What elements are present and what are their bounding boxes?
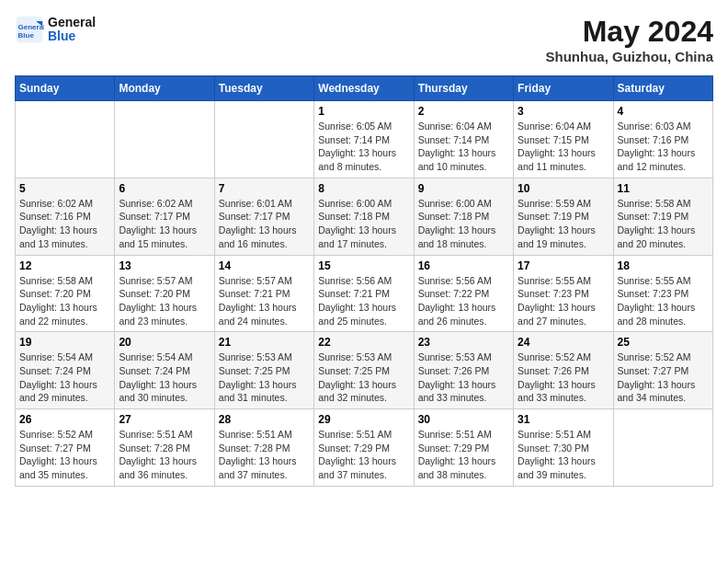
weekday-header-thursday: Thursday	[414, 76, 513, 101]
day-number: 14	[219, 259, 310, 272]
day-number: 3	[518, 105, 609, 118]
day-info: Sunrise: 5:56 AMSunset: 7:21 PMDaylight:…	[318, 274, 409, 328]
calendar-week-5: 26Sunrise: 5:52 AMSunset: 7:27 PMDayligh…	[16, 409, 713, 487]
calendar-cell: 28Sunrise: 5:51 AMSunset: 7:28 PMDayligh…	[214, 409, 313, 487]
calendar-cell: 17Sunrise: 5:55 AMSunset: 7:23 PMDayligh…	[514, 255, 613, 332]
logo-icon: General Blue	[15, 15, 44, 44]
calendar-cell	[613, 409, 712, 487]
calendar-cell: 3Sunrise: 6:04 AMSunset: 7:15 PMDaylight…	[514, 101, 613, 178]
day-number: 21	[219, 336, 310, 349]
day-number: 6	[119, 182, 210, 195]
day-info: Sunrise: 6:00 AMSunset: 7:18 PMDaylight:…	[418, 197, 509, 251]
day-info: Sunrise: 5:51 AMSunset: 7:28 PMDaylight:…	[119, 428, 210, 482]
day-info: Sunrise: 5:58 AMSunset: 7:19 PMDaylight:…	[618, 197, 709, 251]
day-info: Sunrise: 5:55 AMSunset: 7:23 PMDaylight:…	[518, 274, 609, 328]
calendar-cell: 15Sunrise: 5:56 AMSunset: 7:21 PMDayligh…	[314, 255, 414, 332]
calendar-cell: 16Sunrise: 5:56 AMSunset: 7:22 PMDayligh…	[414, 255, 513, 332]
day-info: Sunrise: 5:55 AMSunset: 7:23 PMDaylight:…	[618, 274, 709, 328]
calendar-cell: 14Sunrise: 5:57 AMSunset: 7:21 PMDayligh…	[214, 255, 313, 332]
day-info: Sunrise: 5:51 AMSunset: 7:30 PMDaylight:…	[518, 428, 609, 482]
calendar-cell: 1Sunrise: 6:05 AMSunset: 7:14 PMDaylight…	[314, 101, 414, 178]
day-number: 10	[518, 182, 609, 195]
day-info: Sunrise: 5:57 AMSunset: 7:20 PMDaylight:…	[119, 274, 210, 328]
day-number: 11	[618, 182, 709, 195]
day-number: 4	[618, 105, 709, 118]
day-number: 27	[119, 413, 210, 426]
day-info: Sunrise: 6:02 AMSunset: 7:16 PMDaylight:…	[19, 197, 110, 251]
day-number: 2	[418, 105, 509, 118]
day-info: Sunrise: 6:01 AMSunset: 7:17 PMDaylight:…	[219, 197, 310, 251]
calendar-week-1: 1Sunrise: 6:05 AMSunset: 7:14 PMDaylight…	[16, 101, 713, 178]
calendar-cell: 30Sunrise: 5:51 AMSunset: 7:29 PMDayligh…	[414, 409, 513, 487]
calendar-cell: 8Sunrise: 6:00 AMSunset: 7:18 PMDaylight…	[314, 178, 414, 255]
calendar-cell: 7Sunrise: 6:01 AMSunset: 7:17 PMDaylight…	[214, 178, 313, 255]
weekday-header-saturday: Saturday	[613, 76, 712, 101]
calendar-cell	[115, 101, 214, 178]
calendar-cell: 13Sunrise: 5:57 AMSunset: 7:20 PMDayligh…	[115, 255, 214, 332]
weekday-header-friday: Friday	[514, 76, 613, 101]
day-number: 23	[418, 336, 509, 349]
day-number: 1	[318, 105, 409, 118]
calendar-cell: 9Sunrise: 6:00 AMSunset: 7:18 PMDaylight…	[414, 178, 513, 255]
day-number: 7	[219, 182, 310, 195]
calendar-cell: 5Sunrise: 6:02 AMSunset: 7:16 PMDaylight…	[16, 178, 115, 255]
weekday-header-row: SundayMondayTuesdayWednesdayThursdayFrid…	[16, 76, 713, 101]
day-info: Sunrise: 5:51 AMSunset: 7:29 PMDaylight:…	[418, 428, 509, 482]
calendar-cell: 11Sunrise: 5:58 AMSunset: 7:19 PMDayligh…	[613, 178, 712, 255]
day-number: 28	[219, 413, 310, 426]
day-info: Sunrise: 5:54 AMSunset: 7:24 PMDaylight:…	[119, 350, 210, 405]
calendar-cell: 10Sunrise: 5:59 AMSunset: 7:19 PMDayligh…	[514, 178, 613, 255]
day-info: Sunrise: 5:52 AMSunset: 7:26 PMDaylight:…	[518, 350, 609, 405]
day-number: 18	[618, 259, 709, 272]
calendar-cell: 18Sunrise: 5:55 AMSunset: 7:23 PMDayligh…	[613, 255, 712, 332]
calendar-cell	[16, 101, 115, 178]
calendar-cell: 27Sunrise: 5:51 AMSunset: 7:28 PMDayligh…	[115, 409, 214, 487]
day-number: 19	[19, 336, 110, 349]
calendar-cell: 31Sunrise: 5:51 AMSunset: 7:30 PMDayligh…	[514, 409, 613, 487]
day-number: 20	[119, 336, 210, 349]
day-number: 30	[418, 413, 509, 426]
calendar-table: SundayMondayTuesdayWednesdayThursdayFrid…	[15, 75, 713, 487]
month-title: May 2024	[546, 15, 713, 49]
calendar-cell: 20Sunrise: 5:54 AMSunset: 7:24 PMDayligh…	[115, 332, 214, 409]
calendar-cell: 12Sunrise: 5:58 AMSunset: 7:20 PMDayligh…	[16, 255, 115, 332]
calendar-cell: 29Sunrise: 5:51 AMSunset: 7:29 PMDayligh…	[314, 409, 414, 487]
page-header: General Blue General Blue May 2024 Shunh…	[15, 15, 713, 64]
day-number: 26	[19, 413, 110, 426]
day-info: Sunrise: 5:53 AMSunset: 7:25 PMDaylight:…	[219, 350, 310, 405]
calendar-cell: 23Sunrise: 5:53 AMSunset: 7:26 PMDayligh…	[414, 332, 513, 409]
logo: General Blue General Blue	[15, 15, 96, 44]
location: Shunhua, Guizhou, China	[546, 49, 713, 64]
weekday-header-monday: Monday	[115, 76, 214, 101]
calendar-cell	[214, 101, 313, 178]
svg-text:Blue: Blue	[18, 31, 35, 40]
calendar-cell: 6Sunrise: 6:02 AMSunset: 7:17 PMDaylight…	[115, 178, 214, 255]
calendar-cell: 26Sunrise: 5:52 AMSunset: 7:27 PMDayligh…	[16, 409, 115, 487]
day-number: 22	[318, 336, 409, 349]
calendar-cell: 22Sunrise: 5:53 AMSunset: 7:25 PMDayligh…	[314, 332, 414, 409]
logo-text-blue: Blue	[48, 29, 96, 43]
day-info: Sunrise: 5:54 AMSunset: 7:24 PMDaylight:…	[19, 350, 110, 405]
day-number: 13	[119, 259, 210, 272]
calendar-cell: 4Sunrise: 6:03 AMSunset: 7:16 PMDaylight…	[613, 101, 712, 178]
day-info: Sunrise: 6:05 AMSunset: 7:14 PMDaylight:…	[318, 120, 409, 174]
day-info: Sunrise: 6:02 AMSunset: 7:17 PMDaylight:…	[119, 197, 210, 251]
day-info: Sunrise: 5:53 AMSunset: 7:25 PMDaylight:…	[318, 350, 409, 405]
day-info: Sunrise: 5:53 AMSunset: 7:26 PMDaylight:…	[418, 350, 509, 405]
day-number: 12	[19, 259, 110, 272]
calendar-week-2: 5Sunrise: 6:02 AMSunset: 7:16 PMDaylight…	[16, 178, 713, 255]
logo-text-general: General	[48, 16, 96, 29]
day-info: Sunrise: 6:00 AMSunset: 7:18 PMDaylight:…	[318, 197, 409, 251]
weekday-header-tuesday: Tuesday	[214, 76, 313, 101]
day-info: Sunrise: 5:58 AMSunset: 7:20 PMDaylight:…	[19, 274, 110, 328]
weekday-header-wednesday: Wednesday	[314, 76, 414, 101]
calendar-cell: 2Sunrise: 6:04 AMSunset: 7:14 PMDaylight…	[414, 101, 513, 178]
day-info: Sunrise: 5:51 AMSunset: 7:28 PMDaylight:…	[219, 428, 310, 482]
day-number: 9	[418, 182, 509, 195]
day-number: 25	[618, 336, 709, 349]
calendar-week-3: 12Sunrise: 5:58 AMSunset: 7:20 PMDayligh…	[16, 255, 713, 332]
day-number: 31	[518, 413, 609, 426]
calendar-cell: 25Sunrise: 5:52 AMSunset: 7:27 PMDayligh…	[613, 332, 712, 409]
day-number: 29	[318, 413, 409, 426]
calendar-week-4: 19Sunrise: 5:54 AMSunset: 7:24 PMDayligh…	[16, 332, 713, 409]
